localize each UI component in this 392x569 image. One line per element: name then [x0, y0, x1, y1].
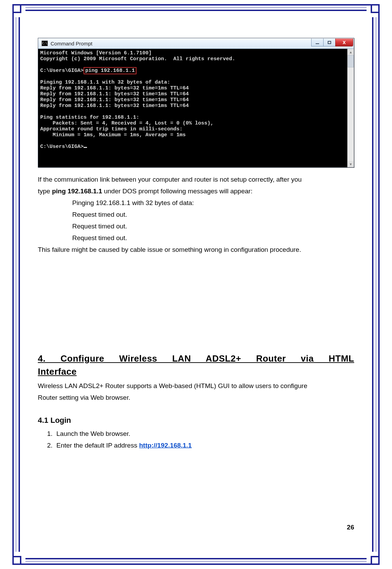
paragraph: If the communication link between your c…	[38, 174, 354, 185]
cmd-line: Reply from 192.168.1.1: bytes=32 time=1m…	[40, 103, 189, 109]
minimize-button[interactable]	[311, 39, 324, 46]
cmd-scrollbar[interactable]: ▲ ▼	[347, 49, 354, 167]
cmd-icon: C:\	[42, 41, 48, 46]
cmd-line: Reply from 192.168.1.1: bytes=32 time=1m…	[40, 97, 189, 103]
ping-command-bold: ping 192.168.1.1	[52, 187, 102, 195]
cmd-line: Copyright (c) 2009 Microsoft Corporation…	[40, 56, 235, 62]
scroll-thumb[interactable]	[348, 55, 354, 67]
corner-ornament	[367, 4, 380, 17]
cmd-line: Ping statistics for 192.168.1.1:	[40, 115, 139, 120]
default-ip-link[interactable]: http://192.168.1.1	[139, 442, 192, 449]
section-4-1-heading: 4.1 Login	[38, 416, 354, 425]
example-line: Pinging 192.168.1.1 with 32 bytes of dat…	[38, 197, 354, 209]
corner-ornament	[12, 4, 25, 17]
section-4-heading: 4. Configure Wireless LAN ADSL2+ Router …	[38, 352, 354, 378]
cmd-prompt: C:\Users\GIGA>	[40, 144, 84, 150]
cmd-line: Minimum = 1ms, Maximum = 1ms, Average = …	[40, 132, 186, 138]
example-line: Request timed out.	[38, 232, 354, 244]
example-line: Request timed out.	[38, 209, 354, 221]
document-body: If the communication link between your c…	[38, 174, 354, 256]
cmd-line: Reply from 192.168.1.1: bytes=32 time=1m…	[40, 91, 189, 97]
step-1: Launch the Web browser.	[54, 428, 354, 439]
cmd-titlebar: C:\ Command Prompt x	[38, 38, 354, 49]
page-number: 26	[347, 524, 354, 531]
login-steps: Launch the Web browser. Enter the defaul…	[54, 428, 354, 451]
paragraph: Wireless LAN ADSL2+ Router supports a We…	[38, 380, 354, 392]
step-2: Enter the default IP address http://192.…	[54, 440, 354, 451]
paragraph: type ping 192.168.1.1 under DOS prompt f…	[38, 185, 354, 197]
cmd-line: Pinging 192.168.1.1 with 32 bytes of dat…	[40, 79, 170, 85]
cmd-line: Packets: Sent = 4, Received = 4, Lost = …	[40, 120, 214, 126]
corner-ornament	[367, 552, 380, 565]
cmd-line: Reply from 192.168.1.1: bytes=32 time=1m…	[40, 85, 189, 91]
close-button[interactable]: x	[335, 39, 353, 46]
cmd-title: Command Prompt	[51, 41, 92, 46]
scroll-down-icon[interactable]: ▼	[348, 161, 354, 167]
corner-ornament	[12, 552, 25, 565]
cmd-prompt: C:\Users\GIGA>	[40, 68, 84, 74]
paragraph: Router setting via Web browser.	[38, 392, 354, 404]
maximize-button[interactable]	[323, 39, 336, 46]
cmd-line: Microsoft Windows [Version 6.1.7100]	[40, 50, 152, 56]
command-prompt-window: C:\ Command Prompt x Microsoft Windows […	[38, 38, 354, 168]
scroll-up-icon[interactable]: ▲	[348, 49, 354, 55]
cmd-cursor	[84, 147, 87, 148]
cmd-output: Microsoft Windows [Version 6.1.7100] Cop…	[38, 49, 348, 167]
paragraph: This failure might be caused by cable is…	[38, 244, 354, 256]
example-line: Request timed out.	[38, 221, 354, 232]
ping-command-highlight: ping 192.168.1.1	[84, 67, 137, 74]
cmd-line: Approximate round trip times in milli-se…	[40, 126, 183, 132]
